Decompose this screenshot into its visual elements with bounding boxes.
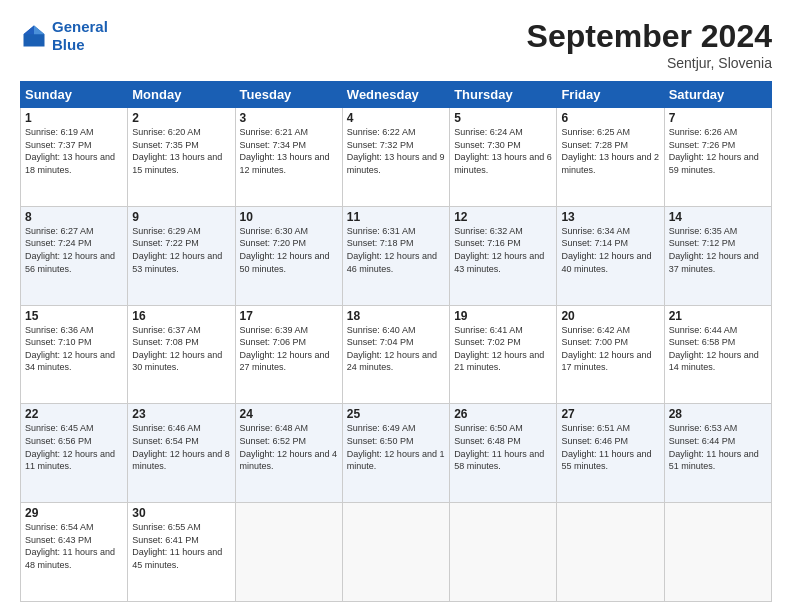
day-number: 25 [347,407,445,421]
header: General Blue September 2024 Sentjur, Slo… [20,18,772,71]
calendar-cell: 4Sunrise: 6:22 AMSunset: 7:32 PMDaylight… [342,108,449,207]
day-number: 9 [132,210,230,224]
weekday-header-saturday: Saturday [664,82,771,108]
calendar-cell: 27Sunrise: 6:51 AMSunset: 6:46 PMDayligh… [557,404,664,503]
day-info: Sunrise: 6:36 AMSunset: 7:10 PMDaylight:… [25,324,123,374]
logo-icon [20,22,48,50]
calendar-cell [450,503,557,602]
day-info: Sunrise: 6:54 AMSunset: 6:43 PMDaylight:… [25,521,123,571]
day-number: 2 [132,111,230,125]
calendar-cell: 30Sunrise: 6:55 AMSunset: 6:41 PMDayligh… [128,503,235,602]
day-info: Sunrise: 6:19 AMSunset: 7:37 PMDaylight:… [25,126,123,176]
weekday-header-thursday: Thursday [450,82,557,108]
day-number: 16 [132,309,230,323]
day-info: Sunrise: 6:26 AMSunset: 7:26 PMDaylight:… [669,126,767,176]
day-info: Sunrise: 6:34 AMSunset: 7:14 PMDaylight:… [561,225,659,275]
logo-line2: Blue [52,36,85,53]
week-row-1: 1Sunrise: 6:19 AMSunset: 7:37 PMDaylight… [21,108,772,207]
calendar-cell: 12Sunrise: 6:32 AMSunset: 7:16 PMDayligh… [450,206,557,305]
calendar: SundayMondayTuesdayWednesdayThursdayFrid… [20,81,772,602]
day-info: Sunrise: 6:55 AMSunset: 6:41 PMDaylight:… [132,521,230,571]
day-number: 11 [347,210,445,224]
day-number: 20 [561,309,659,323]
calendar-cell: 22Sunrise: 6:45 AMSunset: 6:56 PMDayligh… [21,404,128,503]
day-number: 26 [454,407,552,421]
month-title: September 2024 [527,18,772,55]
day-number: 6 [561,111,659,125]
calendar-cell: 11Sunrise: 6:31 AMSunset: 7:18 PMDayligh… [342,206,449,305]
day-info: Sunrise: 6:22 AMSunset: 7:32 PMDaylight:… [347,126,445,176]
day-info: Sunrise: 6:40 AMSunset: 7:04 PMDaylight:… [347,324,445,374]
calendar-cell: 13Sunrise: 6:34 AMSunset: 7:14 PMDayligh… [557,206,664,305]
week-row-3: 15Sunrise: 6:36 AMSunset: 7:10 PMDayligh… [21,305,772,404]
day-number: 27 [561,407,659,421]
day-number: 18 [347,309,445,323]
day-number: 4 [347,111,445,125]
calendar-cell: 6Sunrise: 6:25 AMSunset: 7:28 PMDaylight… [557,108,664,207]
calendar-cell [235,503,342,602]
calendar-cell: 20Sunrise: 6:42 AMSunset: 7:00 PMDayligh… [557,305,664,404]
calendar-cell: 5Sunrise: 6:24 AMSunset: 7:30 PMDaylight… [450,108,557,207]
calendar-cell: 21Sunrise: 6:44 AMSunset: 6:58 PMDayligh… [664,305,771,404]
svg-marker-1 [34,26,45,35]
calendar-cell: 10Sunrise: 6:30 AMSunset: 7:20 PMDayligh… [235,206,342,305]
day-number: 14 [669,210,767,224]
day-info: Sunrise: 6:21 AMSunset: 7:34 PMDaylight:… [240,126,338,176]
logo: General Blue [20,18,108,54]
day-info: Sunrise: 6:20 AMSunset: 7:35 PMDaylight:… [132,126,230,176]
weekday-header-friday: Friday [557,82,664,108]
day-number: 30 [132,506,230,520]
day-info: Sunrise: 6:41 AMSunset: 7:02 PMDaylight:… [454,324,552,374]
calendar-cell [557,503,664,602]
day-number: 19 [454,309,552,323]
calendar-cell: 24Sunrise: 6:48 AMSunset: 6:52 PMDayligh… [235,404,342,503]
day-number: 23 [132,407,230,421]
calendar-header: SundayMondayTuesdayWednesdayThursdayFrid… [21,82,772,108]
svg-marker-2 [24,26,35,35]
calendar-cell: 18Sunrise: 6:40 AMSunset: 7:04 PMDayligh… [342,305,449,404]
logo-text: General Blue [52,18,108,54]
weekday-row: SundayMondayTuesdayWednesdayThursdayFrid… [21,82,772,108]
calendar-cell: 16Sunrise: 6:37 AMSunset: 7:08 PMDayligh… [128,305,235,404]
calendar-cell: 23Sunrise: 6:46 AMSunset: 6:54 PMDayligh… [128,404,235,503]
calendar-cell: 19Sunrise: 6:41 AMSunset: 7:02 PMDayligh… [450,305,557,404]
day-info: Sunrise: 6:44 AMSunset: 6:58 PMDaylight:… [669,324,767,374]
calendar-cell: 14Sunrise: 6:35 AMSunset: 7:12 PMDayligh… [664,206,771,305]
weekday-header-sunday: Sunday [21,82,128,108]
weekday-header-monday: Monday [128,82,235,108]
calendar-cell: 28Sunrise: 6:53 AMSunset: 6:44 PMDayligh… [664,404,771,503]
calendar-cell: 7Sunrise: 6:26 AMSunset: 7:26 PMDaylight… [664,108,771,207]
day-info: Sunrise: 6:50 AMSunset: 6:48 PMDaylight:… [454,422,552,472]
title-block: September 2024 Sentjur, Slovenia [527,18,772,71]
day-info: Sunrise: 6:48 AMSunset: 6:52 PMDaylight:… [240,422,338,472]
day-info: Sunrise: 6:25 AMSunset: 7:28 PMDaylight:… [561,126,659,176]
week-row-2: 8Sunrise: 6:27 AMSunset: 7:24 PMDaylight… [21,206,772,305]
day-info: Sunrise: 6:51 AMSunset: 6:46 PMDaylight:… [561,422,659,472]
calendar-cell [342,503,449,602]
day-number: 7 [669,111,767,125]
day-number: 1 [25,111,123,125]
location: Sentjur, Slovenia [527,55,772,71]
calendar-cell: 17Sunrise: 6:39 AMSunset: 7:06 PMDayligh… [235,305,342,404]
calendar-cell: 25Sunrise: 6:49 AMSunset: 6:50 PMDayligh… [342,404,449,503]
day-info: Sunrise: 6:29 AMSunset: 7:22 PMDaylight:… [132,225,230,275]
day-info: Sunrise: 6:49 AMSunset: 6:50 PMDaylight:… [347,422,445,472]
day-info: Sunrise: 6:53 AMSunset: 6:44 PMDaylight:… [669,422,767,472]
calendar-cell: 29Sunrise: 6:54 AMSunset: 6:43 PMDayligh… [21,503,128,602]
day-info: Sunrise: 6:32 AMSunset: 7:16 PMDaylight:… [454,225,552,275]
day-number: 8 [25,210,123,224]
calendar-cell: 8Sunrise: 6:27 AMSunset: 7:24 PMDaylight… [21,206,128,305]
day-info: Sunrise: 6:37 AMSunset: 7:08 PMDaylight:… [132,324,230,374]
day-number: 12 [454,210,552,224]
calendar-cell: 26Sunrise: 6:50 AMSunset: 6:48 PMDayligh… [450,404,557,503]
day-number: 28 [669,407,767,421]
calendar-cell [664,503,771,602]
logo-line1: General [52,18,108,35]
day-info: Sunrise: 6:24 AMSunset: 7:30 PMDaylight:… [454,126,552,176]
day-info: Sunrise: 6:27 AMSunset: 7:24 PMDaylight:… [25,225,123,275]
calendar-cell: 2Sunrise: 6:20 AMSunset: 7:35 PMDaylight… [128,108,235,207]
day-info: Sunrise: 6:31 AMSunset: 7:18 PMDaylight:… [347,225,445,275]
calendar-cell: 3Sunrise: 6:21 AMSunset: 7:34 PMDaylight… [235,108,342,207]
calendar-cell: 9Sunrise: 6:29 AMSunset: 7:22 PMDaylight… [128,206,235,305]
day-number: 22 [25,407,123,421]
